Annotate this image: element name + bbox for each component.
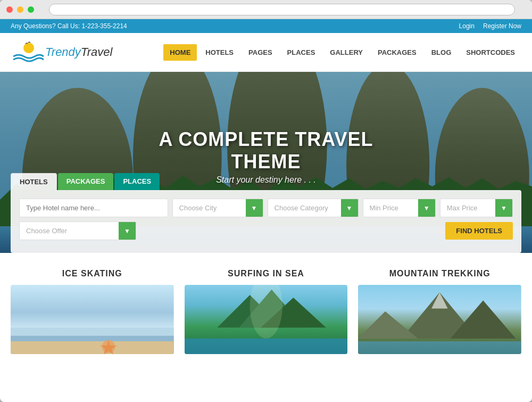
activity-title-ice: ICE SKATING [11,269,174,278]
search-tabs: HOTELS PACKAGES PLACES [11,173,521,190]
activity-title-surf: SURFING IN SEA [185,269,348,278]
search-row-1: Choose City ▼ Choose Category ▼ Min Pric… [19,199,513,217]
svg-rect-29 [358,341,521,354]
svg-rect-23 [185,339,348,354]
max-price-dropdown-btn[interactable]: ▼ [495,199,512,217]
search-form: Choose City ▼ Choose Category ▼ Min Pric… [11,190,521,253]
nav-places[interactable]: PLACES [281,44,322,61]
address-bar[interactable] [49,4,515,15]
activities-section: ICE SKATING [0,253,532,359]
svg-rect-15 [11,341,174,354]
max-price-label: Max Price [440,199,495,217]
search-section: HOTELS PACKAGES PLACES Choose City ▼ Cho… [11,173,521,253]
nav-gallery[interactable]: GALLERY [323,44,369,61]
category-label: Choose Category [268,199,341,217]
min-price-dropdown-btn[interactable]: ▼ [418,199,435,217]
top-bar-right: Login Register Now [459,22,521,30]
nav-shortcodes[interactable]: SHORTCODES [460,44,521,61]
header: TrendyTravel HOME HOTELS PAGES PLACES GA… [0,33,532,72]
top-bar-left: Any Questions? Call Us: 1-223-355-2214 [11,22,127,30]
activity-img-ice [11,285,174,354]
hero-section: A COMPLETE TRAVEL THEME Start your desti… [0,72,532,253]
city-dropdown-btn[interactable]: ▼ [246,199,263,217]
browser-window: Any Questions? Call Us: 1-223-355-2214 L… [0,0,532,402]
search-row-2: Choose Offer ▼ FIND HOTELS [19,221,513,240]
hero-title: A COMPLETE TRAVEL THEME [133,128,399,173]
nav-blog[interactable]: BLOG [425,44,458,61]
tab-hotels[interactable]: HOTELS [11,173,57,190]
nav-hotels[interactable]: HOTELS [199,44,240,61]
category-dropdown-btn[interactable]: ▼ [341,199,358,217]
register-link[interactable]: Register Now [483,22,521,30]
max-price-select[interactable]: Max Price ▼ [440,199,513,217]
tab-packages[interactable]: PACKAGES [58,173,114,190]
offer-select[interactable]: Choose Offer ▼ [19,221,136,240]
nav-home[interactable]: HOME [163,44,197,61]
logo-text: TrendyTravel [45,45,112,59]
logo-icon [11,38,45,66]
activities-grid: ICE SKATING [11,269,521,354]
activity-img-mountain [358,285,521,354]
category-select[interactable]: Choose Category ▼ [268,199,359,217]
close-button[interactable] [6,6,13,13]
activity-img-surf [185,285,348,354]
hotel-name-input[interactable] [19,199,168,217]
main-nav: HOME HOTELS PAGES PLACES GALLERY PACKAGE… [163,44,521,61]
phone-info: Any Questions? Call Us: 1-223-355-2214 [11,22,127,30]
tab-places[interactable]: PLACES [114,173,160,190]
svg-point-0 [23,43,34,53]
minimize-button[interactable] [17,6,23,13]
maximize-button[interactable] [28,6,34,13]
city-select[interactable]: Choose City ▼ [172,199,263,217]
browser-chrome [0,0,532,19]
top-bar: Any Questions? Call Us: 1-223-355-2214 L… [0,19,532,33]
find-hotels-button[interactable]: FIND HOTELS [445,222,513,240]
min-price-label: Min Price [363,199,418,217]
login-link[interactable]: Login [459,22,475,30]
offer-label: Choose Offer [20,222,119,240]
min-price-select[interactable]: Min Price ▼ [363,199,436,217]
activity-card-ice-skating: ICE SKATING [11,269,174,354]
activity-title-mountain: MOUNTAIN TREKKING [358,269,521,278]
offer-dropdown-btn[interactable]: ▼ [119,222,136,240]
activity-card-mountain: MOUNTAIN TREKKING [358,269,521,354]
nav-packages[interactable]: PACKAGES [371,44,423,61]
activity-card-surfing: SURFING IN SEA [185,269,348,354]
nav-pages[interactable]: PAGES [242,44,279,61]
city-label: Choose City [173,199,246,217]
logo: TrendyTravel [11,38,112,66]
